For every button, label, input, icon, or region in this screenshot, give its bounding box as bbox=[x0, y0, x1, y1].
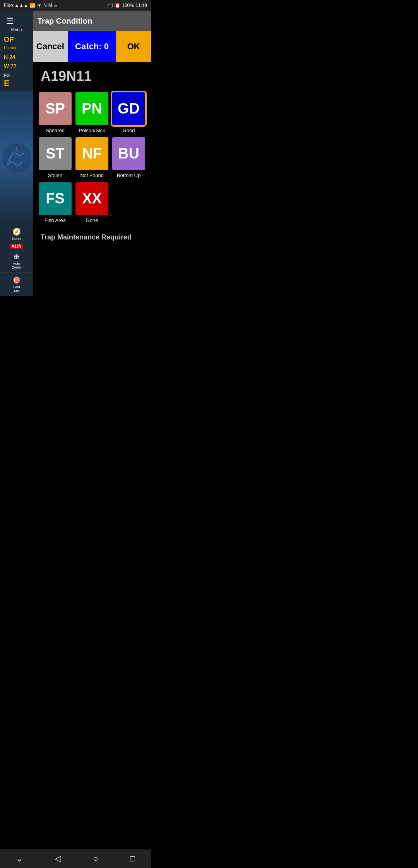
sidebar-follow-label: Foll bbox=[0, 71, 33, 78]
condition-item-gd[interactable]: GDGood bbox=[112, 92, 145, 133]
condition-label-gd: Good bbox=[123, 127, 135, 133]
sidebar-menu-button[interactable]: ☰ bbox=[0, 11, 33, 29]
condition-label-pn: Poison/Sick bbox=[79, 127, 105, 133]
cancel-button[interactable]: Cancel bbox=[33, 31, 68, 62]
condition-tile-nf: NF bbox=[75, 137, 108, 170]
condition-item-pn[interactable]: PNPoison/Sick bbox=[75, 92, 108, 133]
condition-label-bu: Bottom Up bbox=[117, 172, 140, 178]
condition-tile-gd: GD bbox=[112, 92, 145, 125]
north-label: North bbox=[12, 237, 21, 241]
sidebar-follow-btn[interactable]: E bbox=[0, 78, 33, 89]
sidebar-coord-n: N 24 bbox=[0, 52, 33, 62]
alarm-icon: ⏰ bbox=[115, 3, 120, 8]
trap-id-label: A19N11 bbox=[33, 62, 151, 88]
center-map-label: CentMa bbox=[13, 285, 20, 293]
condition-item-sp[interactable]: SPSpeared bbox=[39, 92, 72, 133]
vibrate-icon: 📳 bbox=[107, 3, 113, 8]
condition-tile-pn: PN bbox=[75, 92, 108, 125]
mail-icon: M bbox=[48, 3, 52, 8]
catch-button[interactable]: Catch: 0 bbox=[68, 31, 116, 62]
center-map-control[interactable]: 🎯 CentMa bbox=[0, 272, 33, 296]
status-bar: Fido ▲▲▲ 📶 👁 N M ∞ 📳 ⏰ 100% 11:19 bbox=[0, 0, 151, 11]
map-image bbox=[0, 91, 33, 224]
sidebar-panel: ☰ Menu OP Locatio N 24 W 77 Foll E 🧭 Nor… bbox=[0, 11, 33, 296]
condition-tile-fs: FS bbox=[39, 182, 72, 215]
sidebar-menu-label: Menu bbox=[0, 27, 33, 34]
maintenance-title: Trap Maintenance Required bbox=[41, 233, 143, 241]
auto-zoom-label: AutoZoom bbox=[12, 262, 21, 269]
nfc-icon: N bbox=[43, 3, 47, 8]
north-control[interactable]: 🧭 North bbox=[0, 224, 33, 244]
sidebar-bottom-controls: 🧭 North A19N ⊕ AutoZoom 🎯 CentMa bbox=[0, 224, 33, 296]
sidebar-coord-w: W 77 bbox=[0, 62, 33, 71]
condition-label-nf: Not Found bbox=[80, 172, 104, 178]
condition-tile-st: ST bbox=[39, 137, 72, 170]
condition-item-fs[interactable]: FSFish Area bbox=[39, 182, 72, 223]
carrier-label: Fido bbox=[4, 3, 13, 8]
voicemail-icon: ∞ bbox=[54, 3, 57, 8]
condition-tile-xx: XX bbox=[75, 182, 108, 215]
maintenance-section: Trap Maintenance Required bbox=[33, 227, 151, 248]
condition-label-xx: Gone bbox=[86, 217, 98, 223]
condition-label-sp: Speared bbox=[46, 127, 65, 133]
auto-zoom-control[interactable]: ⊕ AutoZoom bbox=[0, 249, 33, 272]
condition-label-fs: Fish Area bbox=[45, 217, 66, 223]
sidebar-map[interactable] bbox=[0, 91, 33, 224]
condition-item-xx[interactable]: XXGone bbox=[75, 182, 108, 223]
trap-badge: A19N bbox=[10, 244, 23, 249]
page-title: Trap Condition bbox=[38, 17, 92, 26]
top-bar: Trap Condition bbox=[33, 11, 151, 31]
battery-label: 100% bbox=[122, 3, 134, 8]
condition-tile-sp: SP bbox=[39, 92, 72, 125]
status-left: Fido ▲▲▲ 📶 👁 N M ∞ bbox=[4, 3, 57, 8]
status-right: 📳 ⏰ 100% 11:19 bbox=[107, 3, 147, 8]
condition-item-bu[interactable]: BUBottom Up bbox=[112, 137, 145, 178]
main-content: Trap Condition Cancel Catch: 0 OK A19N11… bbox=[33, 11, 151, 248]
time-label: 11:19 bbox=[135, 3, 147, 8]
center-map-icon: 🎯 bbox=[12, 276, 21, 284]
signal-icon: ▲▲▲ bbox=[14, 3, 28, 8]
sidebar-op-label: OP bbox=[0, 34, 33, 45]
condition-grid: SPSpearedPNPoison/SickGDGoodSTStolenNFNo… bbox=[33, 88, 151, 227]
eye-icon: 👁 bbox=[37, 3, 42, 8]
sidebar-location-label: Locatio bbox=[0, 45, 33, 52]
action-row: Cancel Catch: 0 OK bbox=[33, 31, 151, 62]
condition-item-nf[interactable]: NFNot Found bbox=[75, 137, 108, 178]
north-icon: 🧭 bbox=[12, 227, 21, 236]
ok-button[interactable]: OK bbox=[116, 31, 151, 62]
auto-zoom-icon: ⊕ bbox=[14, 252, 19, 261]
condition-tile-bu: BU bbox=[112, 137, 145, 170]
condition-label-st: Stolen bbox=[48, 172, 62, 178]
wifi-icon: 📶 bbox=[30, 3, 36, 8]
condition-item-st[interactable]: STStolen bbox=[39, 137, 72, 178]
